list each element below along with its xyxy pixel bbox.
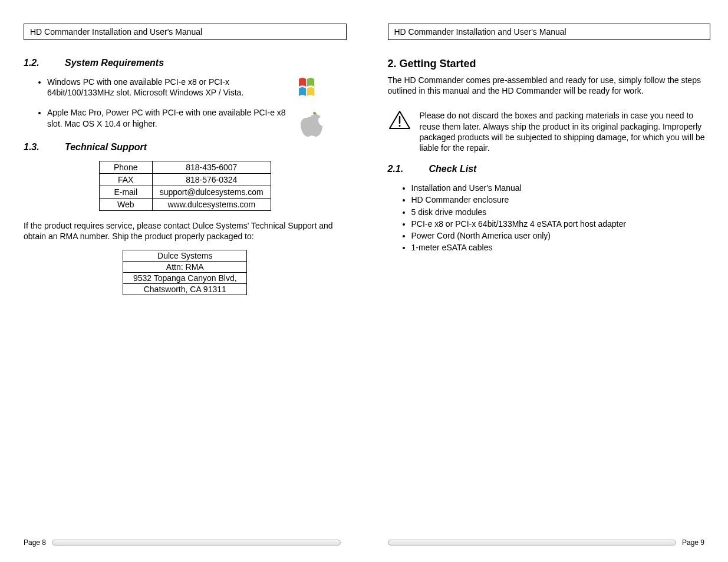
support-label: Phone xyxy=(99,161,152,173)
warning-triangle-icon xyxy=(388,110,411,130)
list-item: PCI-e x8 or PCI-x 64bit/133Mhz 4 eSATA p… xyxy=(411,219,711,229)
table-row: Chatsworth, CA 91311 xyxy=(123,284,247,295)
support-contact-table: Phone 818-435-6007 FAX 818-576-0324 E-ma… xyxy=(99,161,271,211)
list-item: 1-meter eSATA cables xyxy=(411,242,711,253)
list-item: Installation and User's Manual xyxy=(411,183,711,193)
apple-logo-icon xyxy=(299,111,323,138)
table-row: 9532 Topanga Canyon Blvd, xyxy=(123,273,247,284)
header-bar-right: HD Commander Installation and User's Man… xyxy=(388,24,711,40)
support-label: FAX xyxy=(99,173,152,186)
horizontal-scrollbar[interactable] xyxy=(388,540,676,546)
table-row: Attn: RMA xyxy=(123,262,247,273)
list-item: Power Cord (North America user only) xyxy=(411,230,711,241)
getting-started-intro: The HD Commander comes pre-assembled and… xyxy=(388,75,711,96)
table-row: E-mail support@dulcesystems.com xyxy=(99,186,271,198)
address-line: Attn: RMA xyxy=(123,262,247,273)
table-row: Phone 818-435-6007 xyxy=(99,161,271,173)
list-item: 5 disk drive modules xyxy=(411,207,711,217)
svg-point-2 xyxy=(398,125,400,127)
heading-2-1: 2.1. Check List xyxy=(388,164,711,174)
header-title: HD Commander Installation and User's Man… xyxy=(30,27,202,37)
horizontal-scrollbar[interactable] xyxy=(52,540,340,546)
address-line: Chatsworth, CA 91311 xyxy=(123,284,247,295)
os-icons-column xyxy=(294,75,329,138)
header-bar-left: HD Commander Installation and User's Man… xyxy=(24,24,347,40)
heading-1-2-title: System Requirements xyxy=(65,58,164,68)
heading-1-3: 1.3. Technical Support xyxy=(24,142,347,153)
heading-1-3-num: 1.3. xyxy=(24,142,65,153)
list-item: HD Commander enclosure xyxy=(411,194,711,205)
heading-2: 2. Getting Started xyxy=(388,58,711,70)
page-number: Page 9 xyxy=(682,538,704,547)
heading-2-1-num: 2.1. xyxy=(388,164,429,174)
support-label: Web xyxy=(99,198,152,210)
heading-2-1-title: Check List xyxy=(429,164,477,174)
support-value: support@dulcesystems.com xyxy=(152,186,271,198)
heading-1-3-title: Technical Support xyxy=(65,142,147,153)
heading-1-2: 1.2. System Requirements xyxy=(24,58,347,68)
shipping-address-table: Dulce Systems Attn: RMA 9532 Topanga Can… xyxy=(123,250,247,295)
header-title: HD Commander Installation and User's Man… xyxy=(394,27,566,37)
warning-text: Please do not discard the boxes and pack… xyxy=(420,110,711,153)
address-line: 9532 Topanga Canyon Blvd, xyxy=(123,273,247,284)
table-row: Dulce Systems xyxy=(123,250,247,262)
table-row: FAX 818-576-0324 xyxy=(99,173,271,186)
warning-callout: Please do not discard the boxes and pack… xyxy=(388,110,711,153)
support-value: 818-435-6007 xyxy=(152,161,271,173)
support-value: 818-576-0324 xyxy=(152,173,271,186)
footer-right: Page 9 xyxy=(388,538,705,547)
footer-left: Page 8 xyxy=(24,538,341,547)
support-value: www.dulcesystems.com xyxy=(152,198,271,210)
windows-logo-icon xyxy=(298,75,325,100)
heading-1-2-num: 1.2. xyxy=(24,58,65,68)
table-row: Web www.dulcesystems.com xyxy=(99,198,271,210)
check-list: Installation and User's Manual HD Comman… xyxy=(388,183,711,254)
address-line: Dulce Systems xyxy=(123,250,247,262)
rma-paragraph: If the product requires service, please … xyxy=(24,220,347,242)
support-label: E-mail xyxy=(99,186,152,198)
page-right: HD Commander Installation and User's Man… xyxy=(364,0,729,562)
page-left: HD Commander Installation and User's Man… xyxy=(0,0,364,562)
page-number: Page 8 xyxy=(24,538,46,547)
